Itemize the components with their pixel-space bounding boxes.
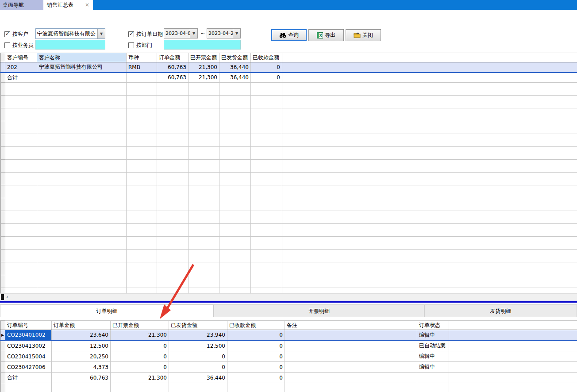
cell[interactable] <box>285 373 417 383</box>
column-header[interactable]: 已收款金额 <box>227 321 285 330</box>
department-input[interactable] <box>164 40 241 50</box>
checkbox-box[interactable] <box>4 31 10 37</box>
cell[interactable]: 36,440 <box>169 373 227 383</box>
cell[interactable]: 已自动结案 <box>417 341 449 351</box>
tab-sales-summary[interactable]: 销售汇总表 × <box>43 0 93 10</box>
column-header[interactable]: 订单编号 <box>5 321 52 330</box>
cell[interactable]: 0 <box>111 362 169 373</box>
cell[interactable]: 0 <box>251 62 282 73</box>
cell[interactable] <box>285 351 417 362</box>
cell[interactable]: 60,763 <box>157 62 188 73</box>
customer-combobox[interactable]: 宁波夏拓智能科技有限公 ▼ <box>35 28 105 39</box>
row-selector[interactable] <box>0 351 5 362</box>
cell[interactable]: 0 <box>227 373 285 383</box>
cell[interactable]: 202 <box>5 62 37 73</box>
cell[interactable]: 0 <box>227 351 285 362</box>
row-selector[interactable]: ▶ <box>0 330 5 341</box>
row-selector[interactable] <box>0 362 5 373</box>
cell[interactable]: 编辑中 <box>417 362 449 373</box>
row-selector[interactable] <box>0 341 5 351</box>
column-header[interactable]: 订单状态 <box>417 321 449 330</box>
cell[interactable]: 0 <box>227 341 285 351</box>
cell[interactable] <box>37 73 127 83</box>
cell[interactable]: RMB <box>127 62 157 73</box>
cell[interactable] <box>285 362 417 373</box>
tab-desktop-nav[interactable]: 桌面导航 <box>0 0 43 10</box>
close-button[interactable]: 关闭 <box>346 29 381 41</box>
chevron-down-icon[interactable]: ▼ <box>233 29 240 38</box>
cell[interactable]: CO230427006 <box>5 362 52 373</box>
row-selector[interactable] <box>0 373 5 383</box>
cell[interactable]: 0 <box>111 351 169 362</box>
cell[interactable]: 23,640 <box>52 330 111 341</box>
cell[interactable]: CO230415004 <box>5 351 52 362</box>
column-header[interactable]: 已收款金额 <box>251 53 282 62</box>
date-to-combobox[interactable]: 2023-04-29 ▼ <box>207 28 241 38</box>
export-button[interactable]: X 导出 <box>308 29 344 41</box>
cell[interactable] <box>285 330 417 341</box>
column-header[interactable]: 备注 <box>285 321 417 330</box>
query-button[interactable]: 查询 <box>271 29 307 41</box>
chevron-down-icon[interactable]: ▼ <box>190 29 197 38</box>
chevron-down-icon[interactable]: ▼ <box>97 29 105 38</box>
cell[interactable]: 21,300 <box>188 62 219 73</box>
cell[interactable]: 0 <box>169 351 227 362</box>
column-header[interactable]: 客户编号 <box>5 53 37 62</box>
row-selector[interactable] <box>0 62 5 73</box>
cell[interactable]: 4,373 <box>52 362 111 373</box>
cell[interactable]: 60,763 <box>157 73 188 83</box>
detail-tab-1[interactable]: 订单明细 <box>0 304 214 317</box>
cell[interactable]: 编辑中 <box>417 330 449 341</box>
close-tab-icon[interactable]: × <box>85 0 89 10</box>
cell[interactable]: 0 <box>111 341 169 351</box>
cell[interactable]: 36,440 <box>219 62 251 73</box>
cell[interactable]: 编辑中 <box>417 351 449 362</box>
cell[interactable]: 0 <box>169 362 227 373</box>
cell[interactable] <box>127 73 157 83</box>
row-selector[interactable] <box>0 73 5 83</box>
cell[interactable]: CO230413002 <box>5 341 52 351</box>
date-from-combobox[interactable]: 2023-04-01 ▼ <box>164 28 198 38</box>
horizontal-scrollbar[interactable]: ‹ <box>0 293 577 300</box>
scrollbar-thumb[interactable] <box>1 294 4 300</box>
cell[interactable]: 合计 <box>5 73 37 83</box>
checkbox-box[interactable] <box>128 42 134 48</box>
cell[interactable]: 合计 <box>5 373 52 383</box>
column-header[interactable]: 已开票金额 <box>111 321 169 330</box>
cell[interactable]: 23,940 <box>169 330 227 341</box>
by-department-checkbox[interactable]: 按部门 <box>128 42 152 49</box>
column-header[interactable]: 订单金额 <box>157 53 188 62</box>
cell[interactable]: 12,500 <box>52 341 111 351</box>
by-customer-checkbox[interactable]: 按客户 <box>4 31 28 38</box>
cell[interactable]: 21,300 <box>111 373 169 383</box>
column-header[interactable]: 已发货金额 <box>169 321 227 330</box>
cell[interactable]: 宁波夏拓智能科技有限公司 <box>37 62 127 73</box>
cell[interactable] <box>285 341 417 351</box>
empty-cell <box>5 211 37 224</box>
cell[interactable]: 36,440 <box>219 73 251 83</box>
cell[interactable]: 0 <box>251 73 282 83</box>
detail-tab-3[interactable]: 发货明细 <box>424 304 577 317</box>
cell[interactable]: 20,250 <box>52 351 111 362</box>
cell[interactable]: 21,300 <box>111 330 169 341</box>
cell[interactable]: 60,763 <box>52 373 111 383</box>
cell[interactable] <box>417 373 449 383</box>
column-header[interactable]: 已发货金额 <box>219 53 251 62</box>
cell[interactable]: 0 <box>227 330 285 341</box>
by-order-date-checkbox[interactable]: 按订单日期 <box>128 31 163 38</box>
cell[interactable]: 21,300 <box>188 73 219 83</box>
splitter-bar[interactable] <box>0 300 577 303</box>
detail-tab-2[interactable]: 开票明细 <box>214 304 424 317</box>
column-header[interactable]: 币种 <box>127 53 157 62</box>
by-salesman-checkbox[interactable]: 按业务员 <box>4 42 34 49</box>
column-header[interactable]: 订单金额 <box>52 321 111 330</box>
scroll-left-icon[interactable]: ‹ <box>6 294 8 300</box>
salesman-input[interactable] <box>35 40 105 50</box>
checkbox-box[interactable] <box>4 42 10 48</box>
column-header[interactable]: 客户名称 <box>37 53 127 62</box>
cell[interactable]: CO230401002 <box>5 330 52 341</box>
checkbox-box[interactable] <box>128 31 134 37</box>
cell[interactable]: 0 <box>227 362 285 373</box>
column-header[interactable]: 已开票金额 <box>188 53 219 62</box>
cell[interactable]: 12,500 <box>169 341 227 351</box>
